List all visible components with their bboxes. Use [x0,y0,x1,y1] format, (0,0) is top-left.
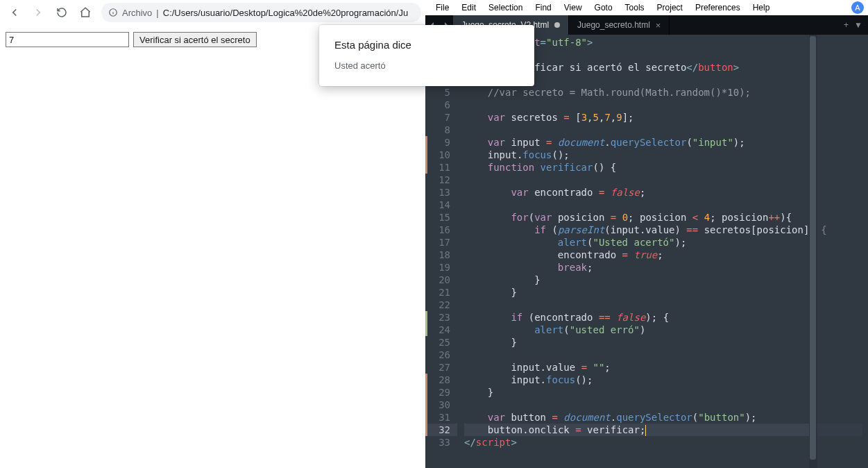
line-gutter: 1234567891011121314151617181920212223242… [425,35,457,468]
address-separator: | [156,8,158,18]
guess-input[interactable] [6,32,129,47]
menu-preferences[interactable]: Preferences [689,1,747,14]
alert-message: Usted acertó [334,60,519,71]
home-button[interactable] [75,2,96,23]
address-bar[interactable]: Archivo | C:/Users/usuario/Desktop/Logic… [101,3,421,22]
alert-title: Esta página dice [334,39,519,51]
dirty-indicator-icon [554,22,560,28]
menu-file[interactable]: File [429,1,455,14]
address-prefix: Archivo [122,8,152,18]
avatar[interactable]: A [851,1,864,14]
menu-view[interactable]: View [558,1,588,14]
tab-dropdown-icon[interactable]: ▼ [854,20,862,30]
minimap[interactable] [817,35,868,468]
menu-help[interactable]: Help [747,1,776,14]
address-url: C:/Users/usuario/Desktop/Logica%20de%20p… [163,8,408,18]
new-tab-button[interactable]: + [844,20,849,30]
browser-toolbar: Archivo | C:/Users/usuario/Desktop/Logic… [0,0,425,25]
tab-label: Juego_secreto.html [577,20,650,30]
verify-button[interactable]: Verificar si acertó el secreto [133,32,257,47]
menu-selection[interactable]: Selection [482,1,529,14]
menu-tools[interactable]: Tools [619,1,651,14]
reload-button[interactable] [51,2,72,23]
menu-find[interactable]: Find [529,1,557,14]
info-icon [108,8,118,17]
code-editor[interactable]: <meta charset="utf-8"><input/><button>Ve… [457,35,868,468]
browser-window: Archivo | C:/Users/usuario/Desktop/Logic… [0,0,425,468]
close-icon[interactable]: × [656,20,661,31]
js-alert-dialog[interactable]: Esta página dice Usted acertó [319,25,534,86]
forward-button[interactable] [28,2,49,23]
tab-juego-secreto[interactable]: Juego_secreto.html × [569,15,670,35]
menu-project[interactable]: Project [651,1,689,14]
scrollbar-thumb[interactable] [810,36,816,460]
menu-edit[interactable]: Edit [455,1,482,14]
menu-goto[interactable]: Goto [588,1,619,14]
vertical-scrollbar[interactable] [809,35,817,468]
menu-bar: File Edit Selection Find View Goto Tools… [425,0,868,15]
code-area[interactable]: 1234567891011121314151617181920212223242… [425,35,868,468]
back-button[interactable] [4,2,25,23]
